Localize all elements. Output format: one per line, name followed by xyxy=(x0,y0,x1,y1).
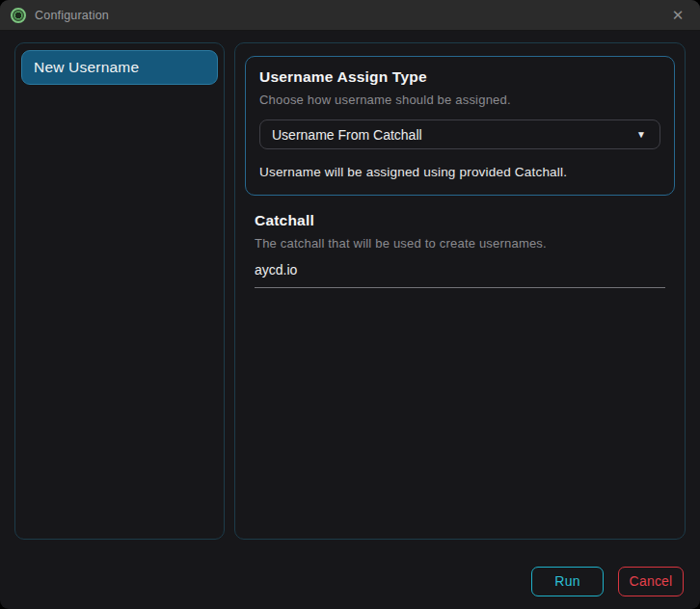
window-title: Configuration xyxy=(35,9,109,22)
title-bar[interactable]: Configuration ✕ xyxy=(0,0,700,31)
catchall-title: Catchall xyxy=(255,212,665,229)
catchall-description: The catchall that will be used to create… xyxy=(255,236,665,251)
catchall-section: Catchall The catchall that will be used … xyxy=(255,212,665,288)
assign-type-note: Username will be assigned using provided… xyxy=(259,165,660,179)
content-area: New Username Username Assign Type Choose… xyxy=(0,31,700,540)
sidebar-item-label: New Username xyxy=(34,59,139,76)
assign-type-description: Choose how username should be assigned. xyxy=(259,93,660,107)
configuration-dialog: Configuration ✕ New Username Username As… xyxy=(0,0,700,609)
close-icon[interactable]: ✕ xyxy=(656,0,700,31)
main-panel: Username Assign Type Choose how username… xyxy=(234,42,686,540)
catchall-input[interactable] xyxy=(255,262,665,288)
sidebar: New Username xyxy=(14,42,225,540)
run-button[interactable]: Run xyxy=(531,567,604,596)
username-assign-type-dropdown[interactable]: Username From Catchall ▼ xyxy=(259,119,660,149)
assign-type-title: Username Assign Type xyxy=(259,68,660,86)
username-assign-type-card: Username Assign Type Choose how username… xyxy=(245,56,675,196)
cancel-button[interactable]: Cancel xyxy=(618,567,684,596)
dropdown-selected-value: Username From Catchall xyxy=(272,127,422,143)
sidebar-item-new-username[interactable]: New Username xyxy=(21,50,218,85)
footer: Run Cancel xyxy=(0,540,700,609)
app-logo-icon xyxy=(11,8,26,23)
chevron-down-icon: ▼ xyxy=(636,130,646,140)
